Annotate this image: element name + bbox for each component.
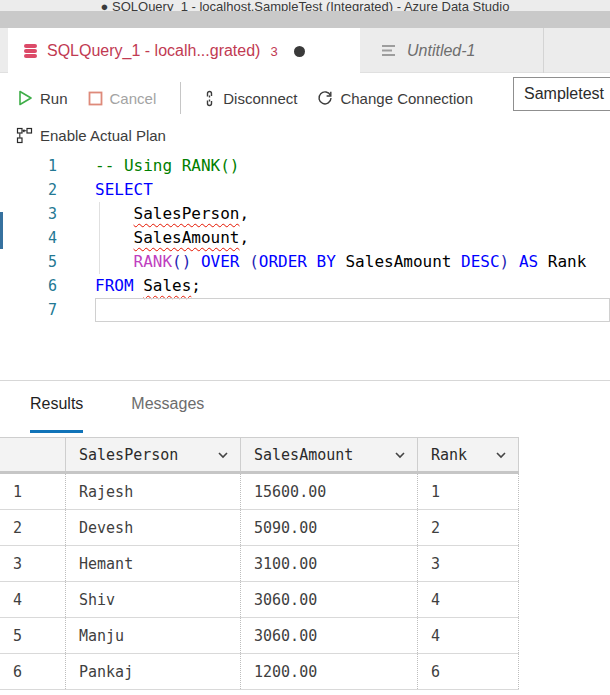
enable-actual-plan-button[interactable]: Enable Actual Plan <box>16 127 166 144</box>
code-line[interactable]: 1-- Using RANK() <box>0 154 610 178</box>
tab-sqlquery1[interactable]: SQLQuery_1 - localh...grated) 3 <box>8 28 360 74</box>
table-cell[interactable]: Devesh <box>66 510 241 545</box>
list-icon <box>382 44 397 57</box>
table-cell[interactable]: Rajesh <box>66 474 241 509</box>
row-number-cell[interactable]: 5 <box>0 618 66 653</box>
chevron-down-icon[interactable] <box>393 448 407 462</box>
table-cell[interactable]: 4 <box>418 582 519 617</box>
editor-tabbar: SQLQuery_1 - localh...grated) 3 Untitled… <box>0 28 610 73</box>
column-label: SalesPerson <box>79 446 178 464</box>
table-row[interactable]: 1Rajesh15600.001 <box>0 474 519 510</box>
chevron-down-icon[interactable] <box>216 448 230 462</box>
table-row[interactable]: 3Hemant3100.003 <box>0 546 519 582</box>
table-row[interactable]: 6Pankaj1200.006 <box>0 654 519 690</box>
code-text: SELECT <box>95 178 610 202</box>
line-number: 1 <box>0 154 95 178</box>
panel-tab-messages[interactable]: Messages <box>131 395 204 433</box>
tab-label: Untitled-1 <box>407 42 475 60</box>
table-row[interactable]: 4Shiv3060.004 <box>0 582 519 618</box>
titlebar: ● SQLQuery_1 - localhost.SampleTest (Int… <box>0 0 610 28</box>
chevron-down-icon[interactable] <box>494 448 508 462</box>
results-panel-tabs: ResultsMessages <box>0 381 610 433</box>
table-cell[interactable]: 3100.00 <box>241 546 418 581</box>
unsaved-dot-icon[interactable] <box>294 46 305 57</box>
code-text: RANK() OVER (ORDER BY SalesAmount DESC) … <box>95 250 610 274</box>
table-cell[interactable]: 2 <box>418 510 519 545</box>
window-title: ● SQLQuery_1 - localhost.SampleTest (Int… <box>0 0 610 11</box>
line-number: 3 <box>0 202 95 226</box>
tab-untitled1[interactable]: Untitled-1 <box>362 28 544 73</box>
activity-bar-strip <box>0 212 3 249</box>
query-plan-icon <box>16 127 33 144</box>
row-number-cell[interactable]: 1 <box>0 474 66 509</box>
column-label: SalesAmount <box>254 446 353 464</box>
database-icon <box>22 43 39 59</box>
run-icon <box>18 90 33 106</box>
line-number: 2 <box>0 178 95 202</box>
grid-header-row: SalesPersonSalesAmountRank <box>0 437 519 474</box>
table-cell[interactable]: 1 <box>418 474 519 509</box>
code-line[interactable]: 7 <box>0 298 610 322</box>
table-cell[interactable]: 5090.00 <box>241 510 418 545</box>
table-cell[interactable]: Pankaj <box>66 654 241 689</box>
run-button[interactable]: Run <box>18 90 68 107</box>
code-text: SalesPerson, <box>95 202 610 226</box>
panel-tab-results[interactable]: Results <box>30 395 83 433</box>
line-number: 4 <box>0 226 95 250</box>
sql-editor[interactable]: 1-- Using RANK()2SELECT3 SalesPerson,4 S… <box>0 154 610 380</box>
azure-data-studio-window: ● SQLQuery_1 - localhost.SampleTest (Int… <box>0 0 610 695</box>
table-cell[interactable]: Hemant <box>66 546 241 581</box>
code-line[interactable]: 4 SalesAmount, <box>0 226 610 250</box>
problems-badge: 3 <box>270 44 277 59</box>
code-text: SalesAmount, <box>95 226 610 250</box>
code-text: -- Using RANK() <box>95 154 610 178</box>
row-number-cell[interactable]: 3 <box>0 546 66 581</box>
code-line[interactable]: 5 RANK() OVER (ORDER BY SalesAmount DESC… <box>0 250 610 274</box>
table-cell[interactable]: 6 <box>418 654 519 689</box>
indent-guide <box>99 202 100 274</box>
code-text: FROM Sales; <box>95 274 610 298</box>
results-grid: SalesPersonSalesAmountRank 1Rajesh15600.… <box>0 437 519 690</box>
grid-body: 1Rajesh15600.0012Devesh5090.0023Hemant31… <box>0 474 519 690</box>
change-connection-icon <box>317 90 333 106</box>
table-cell[interactable]: Manju <box>66 618 241 653</box>
column-header-salesamount[interactable]: SalesAmount <box>241 438 418 471</box>
database-dropdown[interactable]: Sampletest <box>513 77 610 111</box>
change-connection-button[interactable]: Change Connection <box>317 90 473 107</box>
table-row[interactable]: 5Manju3060.004 <box>0 618 519 654</box>
code-text <box>95 298 610 322</box>
column-header-rank[interactable]: Rank <box>418 438 519 471</box>
tab-label: SQLQuery_1 - localh...grated) <box>47 42 260 60</box>
table-row[interactable]: 2Devesh5090.002 <box>0 510 519 546</box>
table-cell[interactable]: 4 <box>418 618 519 653</box>
cancel-icon <box>88 91 103 106</box>
table-cell[interactable]: 15600.00 <box>241 474 418 509</box>
table-cell[interactable]: 3060.00 <box>241 582 418 617</box>
table-cell[interactable]: 3 <box>418 546 519 581</box>
code-line[interactable]: 3 SalesPerson, <box>0 202 610 226</box>
cancel-button[interactable]: Cancel <box>88 90 157 107</box>
grid-corner-cell[interactable] <box>0 438 66 471</box>
code-line[interactable]: 6FROM Sales; <box>0 274 610 298</box>
disconnect-button[interactable]: Disconnect <box>203 90 297 107</box>
column-header-salesperson[interactable]: SalesPerson <box>66 438 241 471</box>
code-line[interactable]: 2SELECT <box>0 178 610 202</box>
line-number: 7 <box>0 298 95 322</box>
column-label: Rank <box>431 446 467 464</box>
row-number-cell[interactable]: 6 <box>0 654 66 689</box>
table-cell[interactable]: 1200.00 <box>241 654 418 689</box>
line-number: 6 <box>0 274 95 298</box>
row-number-cell[interactable]: 4 <box>0 582 66 617</box>
table-cell[interactable]: 3060.00 <box>241 618 418 653</box>
query-toolbar: Run Cancel <box>0 74 610 154</box>
row-number-cell[interactable]: 2 <box>0 510 66 545</box>
line-number: 5 <box>0 250 95 274</box>
titlebar-band <box>0 11 610 28</box>
table-cell[interactable]: Shiv <box>66 582 241 617</box>
disconnect-icon <box>203 90 216 107</box>
toolbar-separator <box>180 82 181 114</box>
